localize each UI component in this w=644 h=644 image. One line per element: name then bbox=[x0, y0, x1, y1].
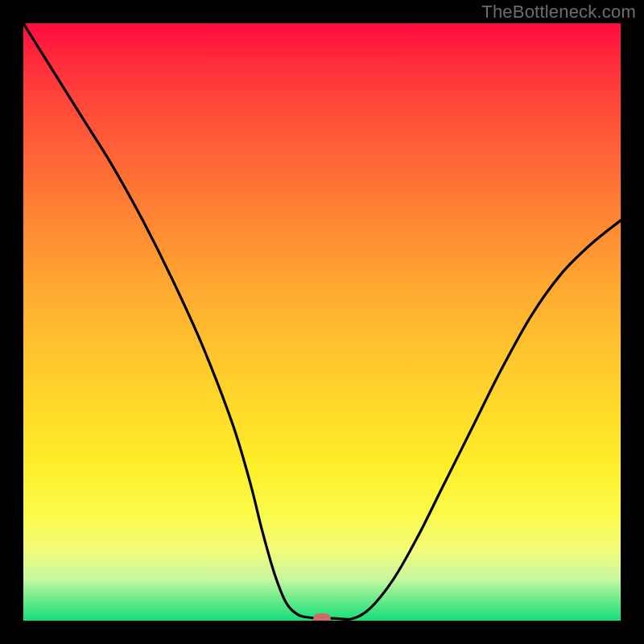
plot-area bbox=[23, 23, 621, 621]
chart-frame: TheBottleneck.com bbox=[0, 0, 644, 644]
optimum-marker bbox=[313, 613, 331, 621]
bottleneck-curve bbox=[23, 23, 621, 621]
watermark-text: TheBottleneck.com bbox=[481, 2, 636, 23]
